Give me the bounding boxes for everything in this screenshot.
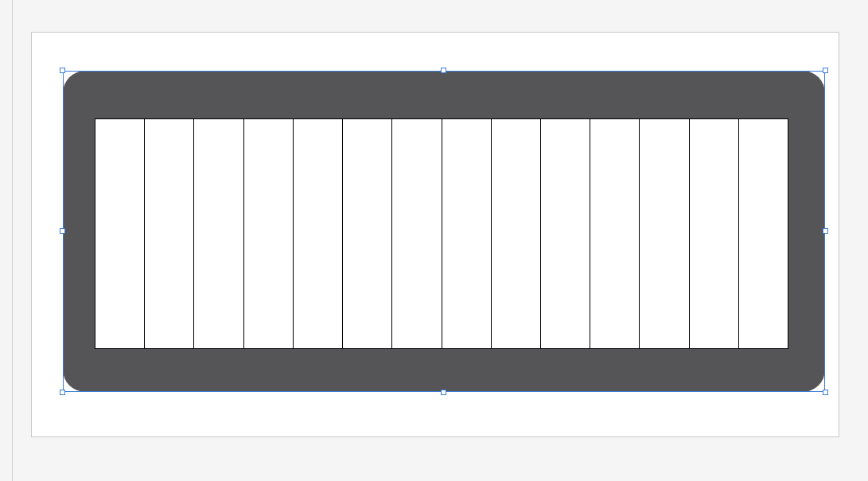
grid-cell[interactable]: [194, 119, 243, 348]
grid-cell[interactable]: [145, 119, 194, 348]
resize-handle-middle-right[interactable]: [823, 228, 828, 234]
resize-handle-top-right[interactable]: [823, 68, 828, 73]
selection-bounding-box[interactable]: [63, 71, 825, 392]
resize-handle-top-center[interactable]: [441, 68, 446, 73]
design-canvas[interactable]: [0, 0, 868, 481]
grid-cell[interactable]: [392, 119, 442, 348]
page-guide-left: [12, 0, 13, 481]
resize-handle-top-left[interactable]: [60, 68, 65, 73]
grid-cell[interactable]: [95, 119, 145, 348]
grid-cell[interactable]: [244, 119, 294, 348]
resize-handle-bottom-left[interactable]: [60, 390, 65, 395]
resize-handle-bottom-center[interactable]: [441, 390, 446, 395]
grid-cell[interactable]: [690, 119, 739, 348]
resize-handle-bottom-right[interactable]: [823, 390, 828, 395]
artboard[interactable]: [31, 32, 839, 437]
resize-handle-middle-left[interactable]: [60, 228, 65, 234]
rounded-rectangle-shape[interactable]: [63, 71, 825, 392]
grid-cell[interactable]: [640, 119, 689, 348]
grid-cell[interactable]: [739, 119, 788, 348]
grid-cell[interactable]: [590, 119, 640, 348]
grid-cell[interactable]: [294, 119, 343, 348]
column-grid[interactable]: [95, 118, 788, 349]
grid-cell[interactable]: [492, 119, 541, 348]
grid-cell[interactable]: [541, 119, 590, 348]
grid-cell[interactable]: [442, 119, 492, 348]
grid-cell[interactable]: [343, 119, 392, 348]
selection-outline: [63, 71, 825, 392]
